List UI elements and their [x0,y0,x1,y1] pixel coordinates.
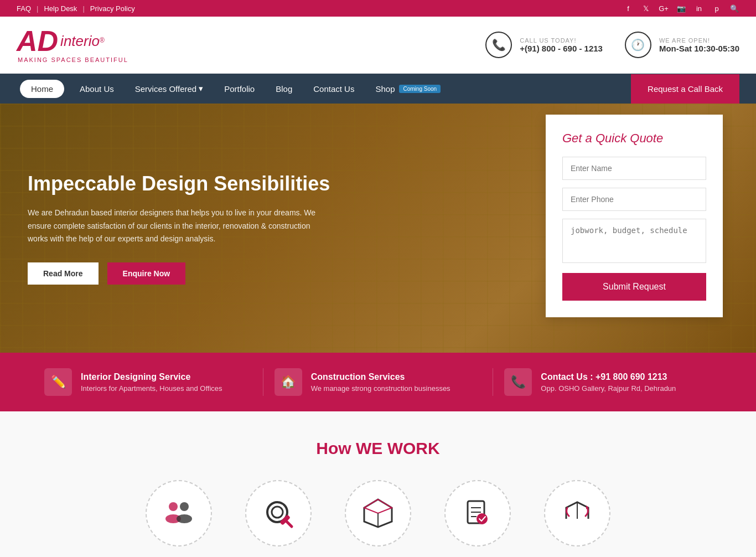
svg-point-1 [180,502,189,511]
service-interior-title: Interior Designing Service [81,372,222,382]
open-hours: Mon-Sat 10:30-05:30 [659,44,739,53]
nav-contact[interactable]: Contact Us [304,74,363,104]
hero-content: Impeccable Design Sensibilities We are D… [0,172,360,285]
work-step-consultation [146,480,212,546]
nav-blog[interactable]: Blog [267,74,301,104]
nav-about[interactable]: About Us [71,74,123,104]
how-we-work-title: How WE WORK [17,439,739,458]
svg-point-3 [177,514,192,523]
quick-quote-form: Get a Quick Quote Submit Request [546,115,723,317]
header: AD interio® MAKING SPACES BEAUTIFUL 📞 CA… [0,17,756,74]
top-bar: FAQ | Help Desk | Privacy Policy f 𝕏 G+ … [0,0,756,17]
pinterest-icon[interactable]: p [712,3,722,13]
svg-line-6 [286,521,292,527]
call-label: CALL US TODAY! [520,37,603,44]
consultation-icon [146,480,212,546]
pencil-icon: ✏️ [44,368,72,396]
services-bar: ✏️ Interior Designing Service Interiors … [0,353,756,411]
service-contact-desc: Opp. OSHO Gallery, Rajpur Rd, Dehradun [541,384,676,393]
nav-services[interactable]: Services Offered ▾ [126,74,212,104]
read-more-button[interactable]: Read More [28,262,99,285]
nav-home[interactable]: Home [20,80,64,98]
clock-icon: 🕐 [625,32,651,58]
top-bar-social: f 𝕏 G+ 📷 in p 🔍 [623,3,739,13]
googleplus-icon[interactable]: G+ [659,3,669,13]
instagram-icon[interactable]: 📷 [676,3,686,13]
phone-contact-icon: 📞 [504,368,532,396]
qq-phone-input[interactable] [562,188,706,211]
nav-cta-button[interactable]: Request a Call Back [631,74,739,104]
delivery-icon [544,480,610,546]
svg-marker-9 [364,499,392,513]
service-construction-desc: We manage strong construction businesses [311,384,451,393]
hero-title: Impeccable Design Sensibilities [28,172,332,195]
hours-contact: 🕐 WE ARE OPEN! Mon-Sat 10:30-05:30 [625,32,739,58]
privacy-link[interactable]: Privacy Policy [90,4,135,13]
service-contact: 📞 Contact Us : +91 800 690 1213 Opp. OSH… [493,368,723,396]
linkedin-icon[interactable]: in [694,3,704,13]
top-bar-links: FAQ | Help Desk | Privacy Policy [17,4,135,13]
nav-shop[interactable]: Shop Coming Soon [366,74,449,104]
qq-submit-button[interactable]: Submit Request [562,273,706,301]
qq-title: Get a Quick Quote [562,131,706,146]
qq-message-input[interactable] [562,219,706,263]
service-interior: ✏️ Interior Designing Service Interiors … [33,368,263,396]
search-icon[interactable]: 🔍 [729,3,739,13]
twitter-icon[interactable]: 𝕏 [641,3,651,13]
hero-buttons: Read More Enquire Now [28,262,332,285]
call-number: +(91) 800 - 690 - 1213 [520,44,603,53]
phone-icon: 📞 [485,32,512,58]
svg-point-5 [272,507,283,518]
nav-portfolio[interactable]: Portfolio [215,74,263,104]
enquire-button[interactable]: Enquire Now [107,262,186,285]
svg-point-0 [169,502,178,511]
open-label: WE ARE OPEN! [659,37,739,44]
execution-icon [444,480,511,546]
how-we-work-section: How WE WORK [0,411,756,557]
faq-link[interactable]: FAQ [17,4,31,13]
logo-brand-text: interio® [60,33,105,50]
svg-point-15 [477,513,488,524]
work-step-3d [345,480,411,546]
work-step-execution [444,480,511,546]
house-icon: 🏠 [275,368,302,396]
helpdesk-link[interactable]: Help Desk [44,4,77,13]
facebook-icon[interactable]: f [623,3,633,13]
header-contact: 📞 CALL US TODAY! +(91) 800 - 690 - 1213 … [485,32,739,58]
work-step-planning [245,480,312,546]
service-construction: 🏠 Construction Services We manage strong… [263,368,494,396]
qq-name-input[interactable] [562,157,706,180]
logo: AD interio® MAKING SPACES BEAUTIFUL [17,27,128,63]
service-construction-title: Construction Services [311,372,451,382]
planning-icon [245,480,312,546]
service-contact-title: Contact Us : +91 800 690 1213 [541,372,676,382]
work-step-delivery [544,480,610,546]
hero-description: We are Dehradun based interior designers… [28,207,332,246]
logo-tagline: MAKING SPACES BEAUTIFUL [17,56,128,63]
service-interior-desc: Interiors for Apartments, Houses and Off… [81,384,222,393]
coming-soon-badge: Coming Soon [399,85,441,93]
work-icons-row [17,480,739,546]
main-nav: Home About Us Services Offered ▾ Portfol… [0,74,756,104]
phone-contact: 📞 CALL US TODAY! +(91) 800 - 690 - 1213 [485,32,603,58]
hero-section: Impeccable Design Sensibilities We are D… [0,104,756,353]
3d-icon [345,480,411,546]
logo-initials: AD [17,27,58,55]
nav-items: Home About Us Services Offered ▾ Portfol… [17,74,631,104]
